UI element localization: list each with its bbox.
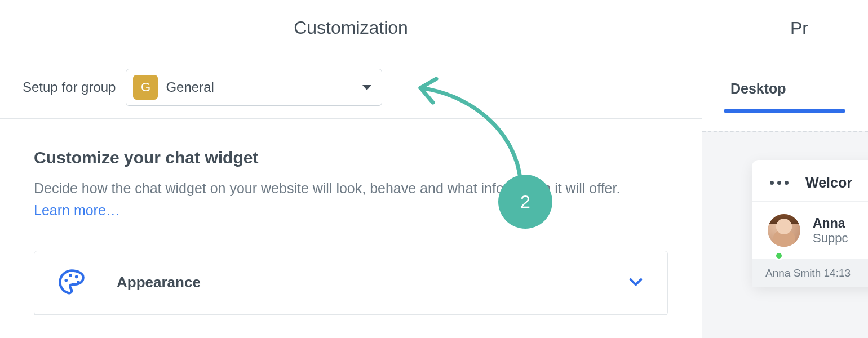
- presence-indicator-icon: [774, 251, 783, 260]
- svg-point-1: [69, 274, 72, 277]
- chevron-down-icon: [627, 273, 645, 293]
- group-label: Setup for group: [23, 79, 116, 95]
- group-select[interactable]: G General: [126, 69, 382, 106]
- annotation-step-badge: 2: [498, 175, 552, 229]
- page-title-text: Customization: [294, 17, 408, 38]
- learn-more-link[interactable]: Learn more…: [34, 202, 120, 218]
- group-badge-letter: G: [141, 80, 150, 95]
- accordion: Appearance: [34, 251, 668, 315]
- chat-welcome-title: Welcor: [805, 175, 852, 191]
- chat-timestamp-line: Anna Smith 14:13: [752, 259, 868, 287]
- right-header: Pr: [702, 0, 868, 56]
- accordion-appearance-label: Appearance: [117, 274, 596, 291]
- svg-point-2: [75, 275, 78, 278]
- svg-point-3: [77, 281, 80, 284]
- page-title: Customization: [0, 0, 702, 56]
- accordion-appearance[interactable]: Appearance: [34, 251, 667, 315]
- tab-desktop[interactable]: Desktop: [730, 81, 786, 113]
- svg-point-0: [64, 279, 68, 282]
- agent-name: Anna: [813, 216, 848, 231]
- caret-down-icon: [362, 85, 371, 90]
- group-badge: G: [133, 75, 158, 100]
- preview-tabs: Desktop: [702, 56, 868, 113]
- section-description: Decide how the chat widget on your websi…: [34, 177, 654, 221]
- more-icon[interactable]: [770, 181, 789, 185]
- agent-role: Suppc: [813, 231, 848, 246]
- group-selected-name: General: [166, 79, 355, 95]
- annotation-step-number: 2: [520, 192, 530, 212]
- group-bar: Setup for group G General: [0, 56, 702, 119]
- right-header-title: Pr: [790, 18, 808, 39]
- palette-icon: [57, 267, 86, 299]
- section-title: Customize your chat widget: [34, 148, 668, 167]
- tab-underline: [724, 109, 845, 113]
- chat-preview-card: Welcor Anna Suppc Anna Smith 14:13: [752, 160, 868, 287]
- avatar: [768, 214, 800, 247]
